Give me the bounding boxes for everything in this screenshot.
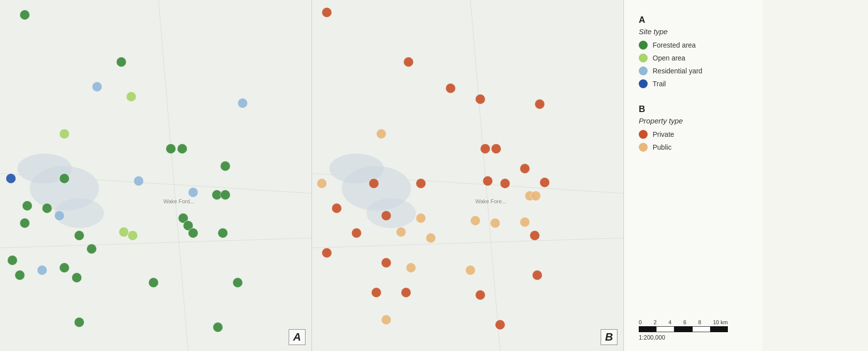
legend-panel: A Site type Forested area Open area Resi… [624, 0, 763, 351]
residential-label: Residential yard [653, 67, 702, 75]
svg-point-85 [401, 288, 411, 297]
svg-point-8 [20, 10, 30, 20]
svg-point-58 [480, 144, 490, 154]
map-b-svg: Wake Fore... [312, 0, 623, 351]
legend-section-a-letter: A [639, 15, 753, 25]
svg-point-88 [495, 320, 505, 330]
svg-point-84 [371, 288, 381, 297]
svg-point-81 [406, 263, 416, 273]
svg-point-54 [446, 83, 456, 93]
svg-point-13 [59, 129, 69, 139]
svg-point-70 [381, 211, 391, 221]
svg-point-36 [37, 265, 47, 275]
scale-bar [639, 326, 728, 332]
svg-point-76 [396, 227, 406, 237]
svg-point-17 [6, 174, 16, 183]
svg-point-59 [491, 144, 501, 154]
map-a-label: A [289, 329, 306, 345]
svg-point-65 [500, 178, 510, 188]
svg-point-23 [22, 201, 32, 211]
svg-point-62 [369, 178, 379, 188]
public-label: Public [653, 143, 671, 151]
svg-point-77 [426, 233, 436, 243]
svg-point-72 [470, 216, 480, 226]
svg-point-75 [352, 228, 361, 238]
scale-10: 10 km [713, 319, 728, 325]
trail-label: Trail [653, 80, 666, 88]
svg-point-24 [42, 203, 52, 213]
property-type-label: Property type [639, 117, 753, 125]
scale-8: 8 [698, 319, 701, 325]
scale-6: 6 [683, 319, 686, 325]
public-dot [639, 143, 648, 152]
svg-point-19 [134, 176, 144, 186]
scale-ratio: 1:200,000 [639, 334, 753, 341]
scale-numbers: 0 2 4 6 8 10 km [639, 319, 728, 325]
svg-point-82 [465, 265, 475, 275]
svg-point-10 [92, 82, 102, 92]
trail-dot [639, 79, 648, 88]
svg-point-61 [317, 178, 327, 188]
scale-0: 0 [639, 319, 642, 325]
svg-point-14 [166, 144, 176, 154]
site-type-label: Site type [639, 27, 753, 36]
svg-point-73 [490, 218, 500, 228]
svg-point-31 [128, 231, 138, 240]
forested-label: Forested area [653, 41, 696, 49]
svg-point-71 [416, 213, 426, 223]
svg-point-56 [535, 99, 545, 109]
svg-text:Wake Fore...: Wake Fore... [475, 198, 507, 204]
legend-item-residential: Residential yard [639, 66, 753, 75]
legend-item-trail: Trail [639, 79, 753, 88]
svg-point-41 [233, 278, 243, 288]
svg-point-30 [119, 227, 129, 237]
scale-seg-3 [674, 326, 692, 332]
svg-point-47 [366, 198, 416, 228]
map-panel-a: Wake Ford... A [0, 0, 312, 351]
svg-point-79 [322, 248, 332, 258]
maps-container: Wake Ford... A Wake Fore... B A Site typ… [0, 0, 868, 351]
svg-point-80 [381, 258, 391, 268]
svg-point-66 [540, 177, 550, 187]
svg-point-38 [7, 255, 17, 265]
map-b-label: B [601, 329, 617, 345]
svg-point-12 [238, 98, 248, 108]
legend-item-public: Public [639, 143, 753, 152]
svg-point-83 [532, 270, 542, 280]
svg-point-9 [116, 57, 126, 67]
legend-item-forested: Forested area [639, 41, 753, 50]
svg-point-57 [376, 129, 386, 139]
forested-dot [639, 41, 648, 50]
private-label: Private [653, 130, 674, 138]
map-panel-b: Wake Fore... B [312, 0, 624, 351]
svg-point-53 [404, 57, 413, 67]
scale-seg-1 [639, 326, 656, 332]
svg-point-69 [332, 203, 342, 213]
svg-point-20 [188, 187, 198, 197]
scale-2: 2 [654, 319, 657, 325]
svg-point-39 [15, 270, 25, 280]
svg-point-25 [54, 211, 64, 221]
svg-point-63 [416, 178, 426, 188]
svg-point-34 [87, 244, 97, 254]
svg-point-42 [74, 317, 84, 327]
svg-point-18 [59, 174, 69, 183]
svg-point-22 [220, 190, 230, 200]
legend-item-private: Private [639, 130, 753, 139]
svg-point-64 [483, 176, 493, 186]
legend-item-open: Open area [639, 54, 753, 62]
svg-point-28 [188, 228, 198, 238]
svg-text:Wake Ford...: Wake Ford... [163, 198, 195, 204]
svg-point-11 [126, 92, 136, 102]
svg-point-52 [322, 7, 332, 17]
svg-point-29 [20, 218, 30, 228]
svg-point-15 [177, 144, 187, 154]
open-label: Open area [653, 54, 685, 62]
svg-point-16 [220, 161, 230, 171]
scale-4: 4 [668, 319, 671, 325]
svg-point-68 [531, 191, 541, 201]
scale-seg-5 [711, 326, 728, 332]
svg-point-40 [149, 278, 158, 288]
residential-dot [639, 66, 648, 75]
svg-point-87 [381, 315, 391, 325]
